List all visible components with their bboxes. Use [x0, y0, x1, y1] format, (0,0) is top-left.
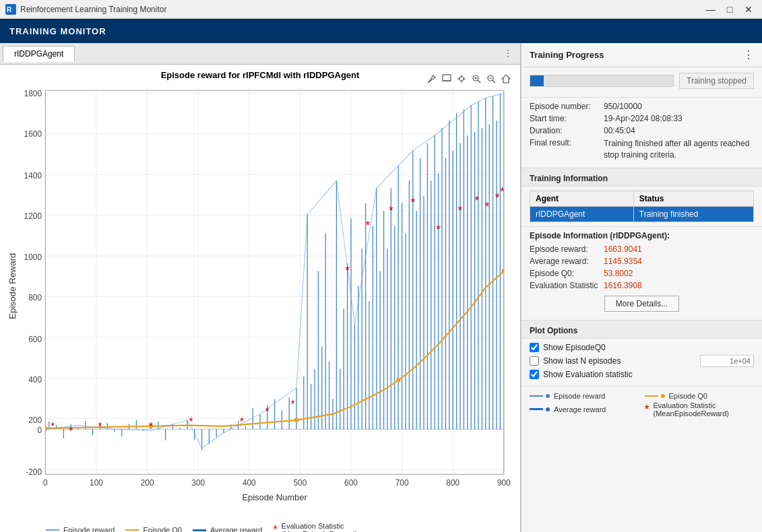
show-episodeq0-label[interactable]: Show EpisodeQ0: [543, 343, 754, 352]
svg-text:800: 800: [446, 478, 459, 488]
svg-text:0: 0: [37, 425, 42, 434]
svg-text:*: *: [389, 203, 393, 217]
progress-section: Training stopped: [521, 67, 762, 98]
svg-text:*: *: [291, 398, 295, 409]
duration-label: Duration:: [530, 126, 604, 135]
show-last-n-checkbox[interactable]: [530, 356, 539, 366]
svg-text:0: 0: [43, 478, 48, 488]
svg-text:-200: -200: [26, 467, 42, 477]
svg-text:*: *: [410, 196, 415, 209]
legend-ep-reward: Episode reward: [530, 392, 639, 400]
eval-asterisk-swatch: *: [273, 525, 277, 532]
agent-cell: rIDDPGAgent: [530, 206, 634, 222]
training-info-table-wrapper: Agent Status rIDDPGAgent Training finish…: [521, 187, 762, 227]
svg-rect-2: [443, 75, 451, 81]
episode-reward-label: Episode reward:: [530, 244, 604, 254]
right-panel-legend: Episode reward Episode Q0 Average reward…: [521, 387, 762, 423]
app-header: TRAINING MONITOR: [0, 19, 762, 43]
training-information-section-title: Training Information: [521, 168, 762, 187]
average-reward-value: 1145.9354: [604, 257, 754, 266]
chart-svg: 1800 1600 1400 1200 1000 800 600 400 200…: [5, 83, 515, 519]
svg-text:*: *: [436, 222, 441, 236]
training-stopped-button[interactable]: Training stopped: [679, 73, 754, 89]
show-last-n-label[interactable]: Show last N episodes: [543, 356, 696, 366]
svg-text:1800: 1800: [24, 89, 42, 98]
training-info-grid: Episode number: 950/10000 Start time: 19…: [521, 98, 762, 168]
svg-text:600: 600: [344, 478, 358, 488]
svg-marker-16: [502, 75, 510, 83]
legend-avg-reward-right: Average reward: [530, 401, 639, 418]
final-result-label: Final result:: [530, 138, 604, 161]
svg-text:200: 200: [28, 415, 42, 425]
maximize-button[interactable]: □: [722, 3, 738, 16]
svg-text:*: *: [51, 421, 55, 432]
title-bar-controls: ― □ ✕: [703, 3, 757, 16]
window-title: Reinforcement Learning Training Monitor: [20, 5, 166, 14]
show-eval-statistic-checkbox[interactable]: [530, 370, 539, 379]
show-eval-statistic-label[interactable]: Show Evaluation statistic: [543, 370, 754, 379]
tab-more-button[interactable]: ⋮: [499, 46, 517, 61]
progress-row: Training stopped: [530, 73, 754, 89]
svg-text:400: 400: [243, 478, 256, 488]
svg-text:600: 600: [28, 334, 42, 343]
svg-text:*: *: [345, 263, 350, 277]
svg-text:*: *: [474, 193, 479, 207]
episode-q0-value: 53.8002: [604, 269, 754, 278]
average-reward-label: Average reward:: [530, 257, 604, 266]
svg-text:*: *: [240, 415, 244, 427]
legend-episode-q0: Episode Q0: [125, 526, 181, 532]
episode-q0-row: Episode Q0: 53.8002: [530, 269, 754, 278]
eval-asterisk-icon: *: [645, 403, 649, 415]
n-episodes-input[interactable]: [700, 355, 754, 367]
training-info-table: Agent Status rIDDPGAgent Training finish…: [530, 191, 754, 222]
minimize-button[interactable]: ―: [703, 3, 719, 16]
episode-q0-line-swatch: [125, 529, 139, 531]
main-content: rIDDPGAgent ⋮ Episode reward for rIPFCMd…: [0, 43, 762, 532]
svg-text:400: 400: [28, 374, 42, 384]
final-result-value: Training finished after all agents reach…: [604, 138, 754, 161]
svg-text:800: 800: [28, 292, 42, 302]
svg-text:1200: 1200: [24, 211, 42, 221]
average-reward-row: Average reward: 1145.9354: [530, 257, 754, 266]
svg-point-155: [294, 418, 298, 422]
episode-number-row: Episode number: 950/10000: [530, 102, 754, 111]
eval-statistic-row: Evaluation Statistic 1616.3908: [530, 281, 754, 290]
svg-text:500: 500: [293, 478, 307, 488]
episode-q0-label: Episode Q0:: [530, 269, 604, 278]
svg-text:*: *: [365, 218, 370, 232]
average-reward-line-swatch: [193, 529, 206, 531]
app-icon: R: [5, 4, 16, 15]
right-panel-more-button[interactable]: ⋮: [743, 48, 754, 61]
svg-text:*: *: [485, 199, 490, 213]
legend-average-reward: Average reward: [193, 526, 262, 532]
chart-container: 1800 1600 1400 1200 1000 800 600 400 200…: [5, 83, 515, 519]
right-panel: Training Progress ⋮ Training stopped Epi…: [521, 43, 762, 532]
tabs-bar: rIDDPGAgent ⋮: [0, 43, 520, 65]
duration-value: 00:45:04: [604, 126, 754, 135]
app-header-title: TRAINING MONITOR: [9, 26, 106, 36]
start-time-label: Start time:: [530, 114, 604, 123]
svg-text:*: *: [149, 421, 153, 432]
svg-text:*: *: [495, 191, 500, 204]
close-button[interactable]: ✕: [740, 3, 757, 16]
svg-text:1000: 1000: [24, 252, 42, 261]
duration-row: Duration: 00:45:04: [530, 126, 754, 135]
chart-legend: Episode reward Episode Q0 Average reward…: [5, 519, 515, 532]
legend-eval-statistic: * Evaluation Statistic(MeanEpisodeReward…: [273, 522, 357, 532]
legend-episode-reward: Episode reward: [46, 526, 115, 532]
status-column-header: Status: [633, 191, 753, 206]
episode-info-title: Episode Information (rIDDPGAgent):: [530, 231, 754, 240]
training-info-row[interactable]: rIDDPGAgent Training finished: [530, 206, 754, 222]
tab-rIDDPGAgent[interactable]: rIDDPGAgent: [3, 46, 75, 62]
progress-bar: [530, 75, 544, 86]
training-progress-title: Training Progress: [530, 50, 604, 60]
title-bar: R Reinforcement Learning Training Monito…: [0, 0, 762, 19]
show-episodeq0-checkbox[interactable]: [530, 343, 539, 352]
svg-text:Episode Number: Episode Number: [242, 492, 307, 502]
chart-area: Episode reward for rIPFCMdl with rIDDPGA…: [0, 65, 520, 532]
svg-point-4: [459, 77, 464, 81]
right-header: Training Progress ⋮: [521, 43, 762, 67]
svg-text:Episode Reward: Episode Reward: [7, 253, 18, 319]
more-details-button[interactable]: More Details...: [604, 296, 679, 312]
show-episodeq0-row: Show EpisodeQ0: [530, 343, 754, 352]
